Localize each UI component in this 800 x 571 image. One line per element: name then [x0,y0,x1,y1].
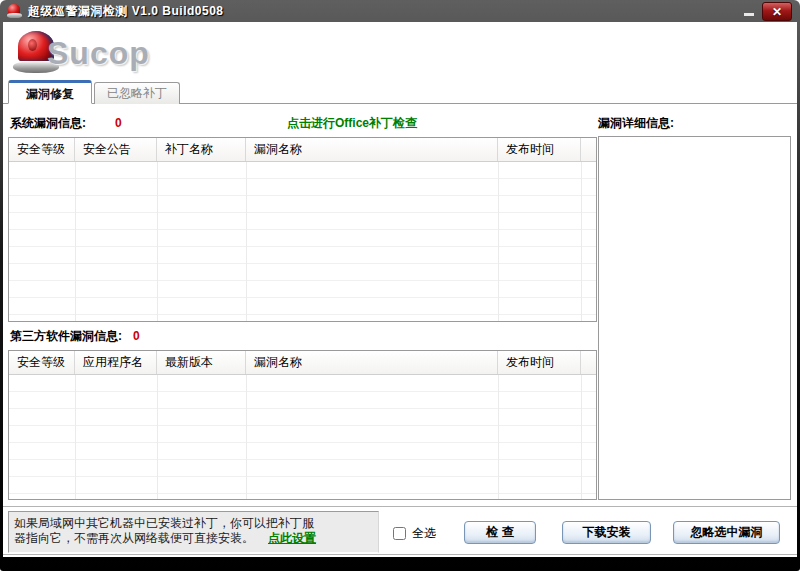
tab-bar: 漏洞修复 已忽略补丁 [3,80,797,104]
titlebar[interactable]: 超级巡警漏洞检测 V1.0 Build0508 ✕ [0,0,800,22]
download-install-button[interactable]: 下载安装 [562,521,651,544]
office-check-link[interactable]: 点击进行Office补丁检查 [287,114,417,132]
thirdparty-vuln-count: 0 [133,327,140,345]
notice-line2: 器指向它，不需再次从网络载便可直接安装。 [14,531,254,545]
window-title: 超级巡警漏洞检测 V1.0 Build0508 [28,0,224,22]
select-all-label: 全选 [412,526,436,540]
close-button[interactable]: ✕ [762,2,792,21]
thirdparty-table-body[interactable] [9,375,596,499]
column-header-publish-date[interactable]: 发布时间 [498,351,581,374]
select-all-control[interactable]: 全选 [393,525,436,539]
logo: Sucop [11,29,231,79]
column-header-app-name[interactable]: 应用程序名 [75,351,157,374]
thirdparty-vuln-table[interactable]: 安全等级 应用程序名 最新版本 漏洞名称 发布时间 [8,350,597,500]
system-vuln-table[interactable]: 安全等级 安全公告 补丁名称 漏洞名称 发布时间 [8,137,597,322]
tab-vulnerability-fix[interactable]: 漏洞修复 [8,80,92,104]
column-header-security-bulletin[interactable]: 安全公告 [75,138,157,161]
column-header-vuln-name[interactable]: 漏洞名称 [246,351,498,374]
settings-link[interactable]: 点此设置 [268,531,316,545]
select-all-checkbox[interactable] [393,527,406,540]
vuln-detail-label: 漏洞详细信息: [598,114,674,132]
notice-line1: 如果局域网中其它机器中已安装过补丁，你可以把补丁服 [14,516,314,530]
system-table-header[interactable]: 安全等级 安全公告 补丁名称 漏洞名称 发布时间 [9,138,596,162]
lan-patch-notice: 如果局域网中其它机器中已安装过补丁，你可以把补丁服 器指向它，不需再次从网络载便… [8,511,379,553]
thirdparty-vuln-label: 第三方软件漏洞信息: [10,327,122,345]
column-header-publish-date[interactable]: 发布时间 [498,138,581,161]
minimize-icon [744,13,754,16]
tab-ignored-patches[interactable]: 已忽略补丁 [94,82,180,104]
column-header-security-level[interactable]: 安全等级 [9,351,75,374]
siren-app-icon [7,4,22,18]
system-table-body[interactable] [9,162,596,321]
check-button[interactable]: 检 查 [464,521,536,544]
bottom-separator-bottom [3,554,797,555]
system-vuln-count: 0 [115,114,122,132]
thirdparty-table-header[interactable]: 安全等级 应用程序名 最新版本 漏洞名称 发布时间 [9,351,596,375]
brand-text: Sucop [47,35,150,72]
app-window: 超级巡警漏洞检测 V1.0 Build0508 ✕ Sucop 漏洞修复 已忽略… [0,0,800,571]
vuln-detail-panel[interactable] [598,136,791,500]
column-header-security-level[interactable]: 安全等级 [9,138,75,161]
column-header-vuln-name[interactable]: 漏洞名称 [246,138,498,161]
minimize-button[interactable] [742,6,756,18]
column-header-latest-version[interactable]: 最新版本 [157,351,246,374]
bottom-separator-top [3,506,797,507]
content-area: Sucop 漏洞修复 已忽略补丁 系统漏洞信息: 0 点击进行Office补丁检… [3,22,797,557]
close-icon: ✕ [772,5,782,19]
column-header-patch-name[interactable]: 补丁名称 [157,138,246,161]
system-vuln-label: 系统漏洞信息: [10,114,86,132]
ignore-selected-button[interactable]: 忽略选中漏洞 [673,521,780,544]
